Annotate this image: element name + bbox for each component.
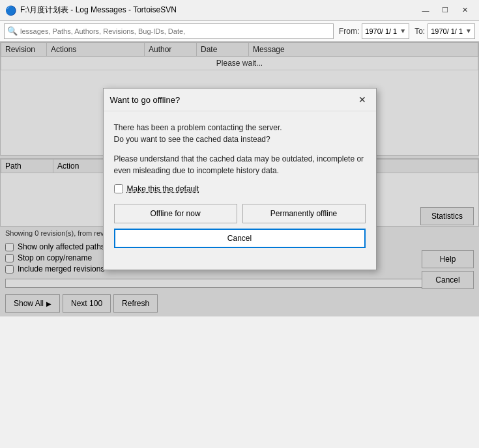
modal-dialog: Want to go offline? ✕ There has been a p… (103, 88, 377, 270)
from-date-arrow: ▼ (399, 27, 406, 35)
modal-text-block: There has been a problem contacting the … (114, 122, 366, 145)
offline-now-button[interactable]: Offline for now (114, 204, 237, 223)
modal-title: Want to go offline? (110, 95, 181, 105)
title-bar-controls: — ☐ ✕ (416, 3, 474, 18)
app-icon: 🔵 (5, 5, 16, 16)
modal-checkbox-row: Make this the default (114, 184, 366, 193)
modal-close-button[interactable]: ✕ (355, 92, 370, 107)
to-date-arrow: ▼ (465, 27, 472, 35)
close-button[interactable]: ✕ (456, 3, 474, 18)
title-bar-left: 🔵 F:\月度计划表 - Log Messages - TortoiseSVN (5, 5, 177, 16)
to-group: To: 1970/ 1/ 1 ▼ (414, 23, 475, 39)
modal-body: There has been a problem contacting the … (104, 111, 376, 253)
from-group: From: 1970/ 1/ 1 ▼ (339, 23, 409, 39)
modal-text3: Please understand that the cached data m… (114, 153, 366, 176)
modal-text2: Do you want to see the cached data inste… (114, 133, 366, 145)
window-title: F:\月度计划表 - Log Messages - TortoiseSVN (20, 5, 177, 16)
from-date-value: 1970/ 1/ 1 (365, 27, 397, 35)
from-date-select[interactable]: 1970/ 1/ 1 ▼ (362, 23, 409, 39)
permanently-offline-button[interactable]: Permanently offline (242, 204, 366, 223)
from-label: From: (339, 27, 359, 36)
to-date-select[interactable]: 1970/ 1/ 1 ▼ (428, 23, 475, 39)
modal-titlebar: Want to go offline? ✕ (104, 89, 376, 111)
minimize-button[interactable]: — (416, 3, 435, 18)
modal-action-buttons: Offline for now Permanently offline (114, 204, 366, 223)
to-label: To: (414, 27, 425, 36)
search-box[interactable]: 🔍 (4, 23, 334, 39)
main-content: Revision Actions Author Date Message Ple… (0, 42, 479, 316)
maximize-button[interactable]: ☐ (436, 3, 454, 18)
modal-overlay: Want to go offline? ✕ There has been a p… (0, 42, 479, 316)
modal-checkbox-label: Make this the default (127, 184, 199, 193)
search-row: 🔍 From: 1970/ 1/ 1 ▼ To: 1970/ 1/ 1 ▼ (0, 21, 479, 42)
title-bar: 🔵 F:\月度计划表 - Log Messages - TortoiseSVN … (0, 0, 479, 21)
modal-cancel-button[interactable]: Cancel (114, 229, 366, 248)
to-date-value: 1970/ 1/ 1 (431, 27, 463, 35)
modal-text1: There has been a problem contacting the … (114, 122, 366, 133)
search-icon: 🔍 (7, 26, 18, 36)
search-input[interactable] (20, 27, 330, 35)
modal-default-checkbox[interactable] (114, 184, 123, 193)
